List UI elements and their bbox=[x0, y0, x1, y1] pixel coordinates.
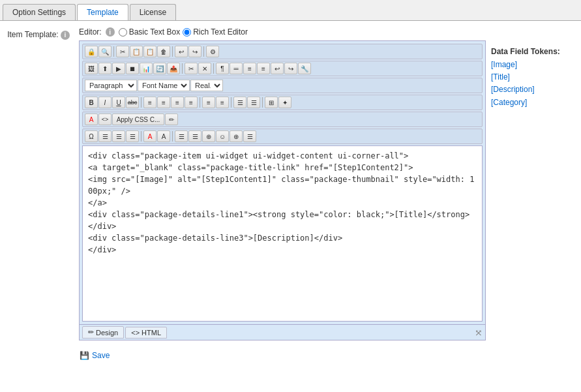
tb-menu3[interactable]: ☰ bbox=[126, 130, 139, 142]
tb-special[interactable]: ✦ bbox=[278, 97, 291, 108]
tb-settings[interactable]: ⚙ bbox=[206, 46, 219, 57]
radio-basic[interactable] bbox=[119, 28, 127, 37]
tb-menu4[interactable]: ☰ bbox=[175, 130, 188, 142]
tb-sep-5 bbox=[213, 63, 214, 74]
tb-align-left[interactable]: ≡ bbox=[143, 97, 156, 108]
tb-menu6[interactable]: ☰ bbox=[243, 130, 256, 142]
tb-export[interactable]: 📤 bbox=[167, 63, 180, 74]
tb-cut2[interactable]: ✂ bbox=[185, 63, 198, 74]
html-icon: <> bbox=[131, 329, 140, 337]
tb-close[interactable]: ✕ bbox=[198, 63, 211, 74]
tb-smiley[interactable]: ☺ bbox=[216, 130, 229, 142]
tb-plus[interactable]: ⊕ bbox=[202, 130, 215, 142]
tb-para[interactable]: ¶ bbox=[216, 63, 229, 74]
tb-bold[interactable]: B bbox=[85, 97, 98, 108]
main-content: Item Template: i Editor: i Basic Text Bo… bbox=[0, 21, 581, 346]
token-description[interactable]: [Description] bbox=[491, 83, 576, 96]
editor-info-icon[interactable]: i bbox=[106, 27, 115, 37]
tb-menu2[interactable]: ☰ bbox=[112, 130, 125, 142]
tb-align-center[interactable]: ≡ bbox=[157, 97, 170, 108]
tb-delete[interactable]: 🗑 bbox=[157, 46, 170, 57]
tb-sep-9 bbox=[262, 97, 263, 108]
tb-refresh[interactable]: 🔄 bbox=[153, 63, 166, 74]
toolbar-row-5: A <> Apply CSS C... ✏ bbox=[82, 112, 483, 127]
token-image[interactable]: [Image] bbox=[491, 59, 576, 71]
tb-indent-left[interactable]: ≡ bbox=[202, 97, 215, 108]
rte-tab-design[interactable]: ✏ Design bbox=[82, 326, 124, 339]
tb-find[interactable]: 🔍 bbox=[98, 46, 112, 57]
paragraph-style-select[interactable]: Paragraph S... bbox=[85, 80, 137, 91]
token-title[interactable]: [Title] bbox=[491, 71, 576, 83]
tb-strikethrough[interactable]: abc bbox=[126, 97, 139, 108]
tab-template[interactable]: Template bbox=[77, 4, 128, 20]
toolbar-row-3: Paragraph S... Font Name Real... bbox=[82, 78, 483, 93]
rte-bottom-tabs: ✏ Design <> HTML ⤧ bbox=[79, 325, 486, 340]
item-template-info-icon[interactable]: i bbox=[61, 31, 70, 40]
font-name-select[interactable]: Font Name bbox=[138, 80, 190, 91]
editor-container: Editor: i Basic Text Box Rich Text Edito… bbox=[79, 27, 486, 340]
tb-font-color[interactable]: A bbox=[85, 113, 98, 125]
tb-list-ul[interactable]: ☰ bbox=[233, 97, 246, 108]
tb-align2[interactable]: ≡ bbox=[257, 63, 270, 74]
tb-up[interactable]: ⬆ bbox=[98, 63, 112, 74]
tb-align-justify[interactable]: ≡ bbox=[185, 97, 198, 108]
tb-italic[interactable]: I bbox=[98, 97, 112, 108]
tb-edit[interactable]: ✏ bbox=[165, 113, 178, 125]
tb-align1[interactable]: ≡ bbox=[243, 63, 256, 74]
tokens-title: Data Field Tokens: bbox=[491, 47, 576, 56]
radio-basic-label[interactable]: Basic Text Box bbox=[119, 27, 180, 37]
save-row: 💾 Save bbox=[0, 346, 581, 365]
tb-undo2[interactable]: ↩ bbox=[271, 63, 284, 74]
tab-option-settings[interactable]: Option Settings bbox=[3, 4, 76, 20]
tb-list-ol[interactable]: ☰ bbox=[247, 97, 260, 108]
tb-sep-2 bbox=[172, 46, 173, 57]
tb-copy[interactable]: 📋 bbox=[130, 46, 143, 57]
tab-license[interactable]: License bbox=[130, 4, 176, 20]
tb-font-a2[interactable]: A bbox=[157, 130, 170, 142]
design-icon: ✏ bbox=[88, 328, 94, 337]
tb-lock[interactable]: 🔒 bbox=[85, 46, 98, 57]
tb-undo[interactable]: ↩ bbox=[175, 46, 188, 57]
tb-redo[interactable]: ↪ bbox=[188, 46, 201, 57]
item-template-label: Item Template: i bbox=[5, 27, 74, 340]
tb-redo2[interactable]: ↪ bbox=[284, 63, 297, 74]
rte-content-area[interactable]: <div class="package-item ui-widget ui-wi… bbox=[82, 145, 483, 322]
tb-css-apply[interactable]: Apply CSS C... bbox=[112, 113, 164, 125]
tb-sep-4 bbox=[182, 63, 183, 74]
rte-tab-html[interactable]: <> HTML bbox=[125, 327, 167, 339]
tb-underline[interactable]: U bbox=[112, 97, 125, 108]
tb-sep-11 bbox=[172, 131, 173, 142]
tb-paste[interactable]: 📋 bbox=[143, 46, 156, 57]
tb-hr[interactable]: ═ bbox=[230, 63, 243, 74]
radio-rich-label[interactable]: Rich Text Editor bbox=[183, 27, 248, 37]
toolbar-row-2: 🖼 ⬆ ▶ ⏹ 📊 🔄 📤 ✂ ✕ ¶ ═ ≡ ≡ ↩ ↪ 🔧 bbox=[82, 61, 483, 76]
toolbar-row-6: Ω ☰ ☰ ☰ A A ☰ ☰ ⊕ ☺ ⊕ ☰ bbox=[82, 128, 483, 144]
tb-align-right[interactable]: ≡ bbox=[171, 97, 184, 108]
tb-table[interactable]: ⊞ bbox=[265, 97, 278, 108]
tb-font-a[interactable]: A bbox=[143, 130, 156, 142]
tb-image[interactable]: 🖼 bbox=[85, 63, 98, 74]
tb-indent-right[interactable]: ≡ bbox=[216, 97, 229, 108]
token-category[interactable]: [Category] bbox=[491, 97, 576, 109]
tb-tool[interactable]: 🔧 bbox=[298, 63, 311, 74]
tb-play[interactable]: ▶ bbox=[112, 63, 125, 74]
tb-stop[interactable]: ⏹ bbox=[126, 63, 139, 74]
tb-chart[interactable]: 📊 bbox=[140, 63, 153, 74]
tb-plus2[interactable]: ⊕ bbox=[230, 130, 243, 142]
tb-menu5[interactable]: ☰ bbox=[188, 130, 201, 142]
save-icon: 💾 bbox=[80, 351, 89, 360]
radio-rich[interactable] bbox=[183, 28, 191, 37]
tb-menu1[interactable]: ☰ bbox=[98, 130, 112, 142]
editor-header: Editor: i Basic Text Box Rich Text Edito… bbox=[79, 27, 486, 37]
tb-cut[interactable]: ✂ bbox=[116, 46, 129, 57]
tb-code[interactable]: <> bbox=[98, 113, 112, 125]
font-size-select[interactable]: Real... bbox=[190, 80, 223, 91]
tb-sep-1 bbox=[113, 46, 114, 57]
tb-sep-7 bbox=[200, 97, 200, 108]
toolbar-row-4: B I U abc ≡ ≡ ≡ ≡ ≡ ≡ ☰ ☰ ⊞ ✦ bbox=[82, 95, 483, 110]
tb-omega[interactable]: Ω bbox=[85, 130, 98, 142]
rte-resize-handle[interactable]: ⤧ bbox=[475, 327, 483, 338]
rich-text-editor: 🔒 🔍 ✂ 📋 📋 🗑 ↩ ↪ ⚙ 🖼 ⬆ ▶ ⏹ 📊 🔄 bbox=[79, 40, 486, 325]
save-button[interactable]: 💾 Save bbox=[77, 350, 112, 361]
toolbar-row-1: 🔒 🔍 ✂ 📋 📋 🗑 ↩ ↪ ⚙ bbox=[82, 44, 483, 59]
